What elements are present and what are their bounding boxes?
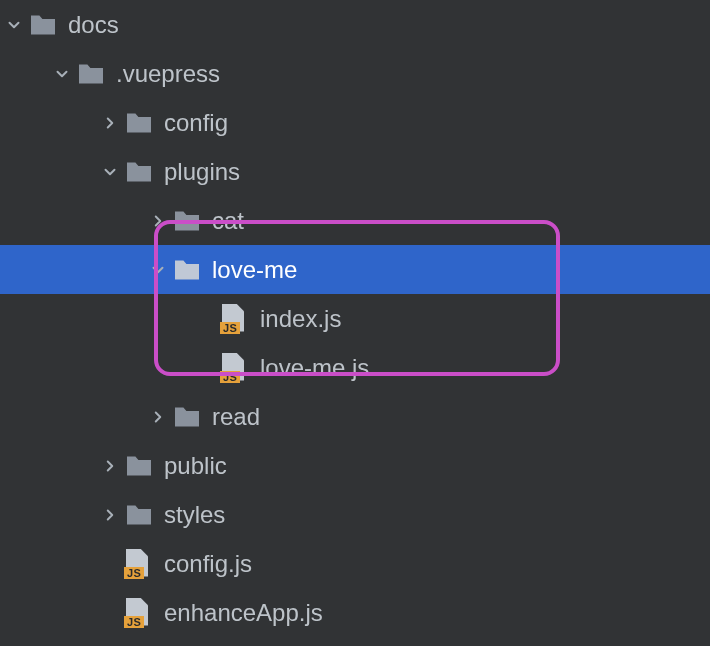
tree-item-label: plugins: [164, 158, 240, 186]
chevron-down-icon[interactable]: [48, 65, 76, 83]
folder-icon: [124, 160, 160, 184]
chevron-right-icon[interactable]: [144, 408, 172, 426]
js-file-icon: [220, 304, 256, 334]
tree-row-cat[interactable]: cat: [0, 196, 710, 245]
file-tree: docs.vuepressconfigpluginscatlove-meinde…: [0, 0, 710, 637]
tree-row-docs[interactable]: docs: [0, 0, 710, 49]
tree-row-love-me-js[interactable]: love-me.js: [0, 343, 710, 392]
tree-item-label: read: [212, 403, 260, 431]
tree-row-public[interactable]: public: [0, 441, 710, 490]
js-file-icon: [124, 598, 160, 628]
tree-row-config-js[interactable]: config.js: [0, 539, 710, 588]
tree-item-label: love-me: [212, 256, 297, 284]
tree-item-label: config: [164, 109, 228, 137]
chevron-down-icon[interactable]: [144, 261, 172, 279]
js-file-icon: [124, 549, 160, 579]
tree-item-label: index.js: [260, 305, 341, 333]
folder-icon: [28, 13, 64, 37]
tree-row-styles[interactable]: styles: [0, 490, 710, 539]
folder-icon: [172, 209, 208, 233]
tree-item-label: config.js: [164, 550, 252, 578]
chevron-down-icon[interactable]: [0, 16, 28, 34]
chevron-right-icon[interactable]: [96, 114, 124, 132]
folder-icon: [124, 111, 160, 135]
tree-item-label: styles: [164, 501, 225, 529]
tree-item-label: cat: [212, 207, 244, 235]
folder-icon: [172, 405, 208, 429]
tree-row-read[interactable]: read: [0, 392, 710, 441]
tree-item-label: .vuepress: [116, 60, 220, 88]
tree-row-love-me[interactable]: love-me: [0, 245, 710, 294]
folder-icon: [172, 258, 208, 282]
tree-item-label: love-me.js: [260, 354, 369, 382]
js-file-icon: [220, 353, 256, 383]
tree-item-label: public: [164, 452, 227, 480]
tree-row--vuepress[interactable]: .vuepress: [0, 49, 710, 98]
tree-row-plugins[interactable]: plugins: [0, 147, 710, 196]
tree-row-enhanceapp-js[interactable]: enhanceApp.js: [0, 588, 710, 637]
tree-row-index-js[interactable]: index.js: [0, 294, 710, 343]
tree-item-label: docs: [68, 11, 119, 39]
folder-icon: [124, 454, 160, 478]
folder-icon: [76, 62, 112, 86]
chevron-right-icon[interactable]: [96, 506, 124, 524]
chevron-right-icon[interactable]: [96, 457, 124, 475]
tree-item-label: enhanceApp.js: [164, 599, 323, 627]
chevron-down-icon[interactable]: [96, 163, 124, 181]
chevron-right-icon[interactable]: [144, 212, 172, 230]
folder-icon: [124, 503, 160, 527]
tree-row-config[interactable]: config: [0, 98, 710, 147]
